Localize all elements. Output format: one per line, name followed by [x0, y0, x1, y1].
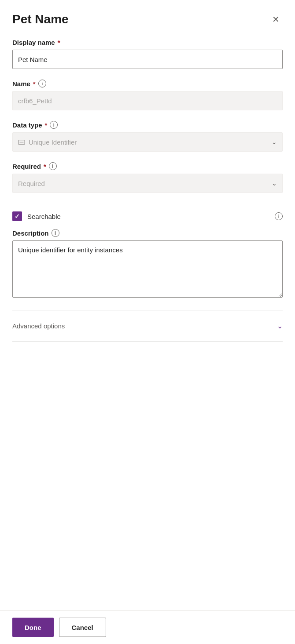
check-icon: ✓ [15, 213, 20, 220]
name-group: Name * i crfb6_PetId [12, 80, 283, 110]
advanced-options-chevron-icon: ⌄ [277, 322, 283, 330]
data-type-chevron-icon: ⌄ [272, 138, 277, 146]
description-info-icon[interactable]: i [52, 229, 59, 237]
description-label: Description i [12, 229, 283, 237]
searchable-row: ✓ Searchable i [12, 204, 283, 229]
advanced-options-row[interactable]: Advanced options ⌄ [12, 314, 283, 338]
required-select[interactable]: Required ⌄ [12, 174, 283, 193]
data-type-required: * [45, 121, 48, 129]
data-type-select[interactable]: Unique Identifier ⌄ [12, 132, 283, 152]
divider-bottom [12, 342, 283, 342]
name-required: * [33, 80, 36, 87]
done-button[interactable]: Done [12, 618, 54, 637]
description-group: Description i Unique identifier for enti… [12, 229, 283, 299]
display-name-label: Display name * [12, 39, 283, 46]
data-type-info-icon[interactable]: i [50, 121, 58, 129]
searchable-checkbox[interactable]: ✓ [12, 211, 22, 221]
data-type-value: Unique Identifier [29, 138, 77, 146]
data-type-group: Data type * i Unique Identifier ⌄ [12, 121, 283, 152]
panel-footer: Done Cancel [0, 610, 295, 644]
panel-title: Pet Name [12, 12, 69, 26]
panel-header: Pet Name ✕ [12, 12, 283, 26]
close-icon: ✕ [272, 14, 280, 25]
description-textarea[interactable]: Unique identifier for entity instances [12, 240, 283, 298]
required-value: Required [18, 180, 45, 187]
unique-identifier-icon [18, 138, 25, 146]
panel: Pet Name ✕ Display name * Name * i c [0, 0, 295, 644]
divider-top [12, 310, 283, 310]
advanced-options-label: Advanced options [12, 322, 65, 330]
searchable-info-icon[interactable]: i [275, 212, 283, 220]
searchable-left: ✓ Searchable [12, 211, 61, 221]
searchable-label: Searchable [27, 213, 61, 220]
required-info-icon[interactable]: i [49, 162, 57, 170]
data-type-select-inner: Unique Identifier [18, 138, 77, 146]
data-type-label: Data type * i [12, 121, 283, 129]
close-button[interactable]: ✕ [269, 12, 283, 26]
name-info-icon[interactable]: i [38, 80, 46, 87]
required-label: Required * i [12, 162, 283, 170]
required-select-inner: Required [18, 180, 45, 187]
name-label: Name * i [12, 80, 283, 87]
required-chevron-icon: ⌄ [272, 180, 277, 187]
required-star: * [44, 163, 46, 170]
display-name-group: Display name * [12, 39, 283, 69]
required-group: Required * i Required ⌄ [12, 162, 283, 193]
name-input-disabled: crfb6_PetId [12, 91, 283, 110]
content-spacer [12, 346, 283, 433]
display-name-input[interactable] [12, 50, 283, 69]
cancel-button[interactable]: Cancel [59, 618, 106, 637]
panel-body: Pet Name ✕ Display name * Name * i c [0, 0, 295, 610]
display-name-required: * [58, 39, 60, 46]
